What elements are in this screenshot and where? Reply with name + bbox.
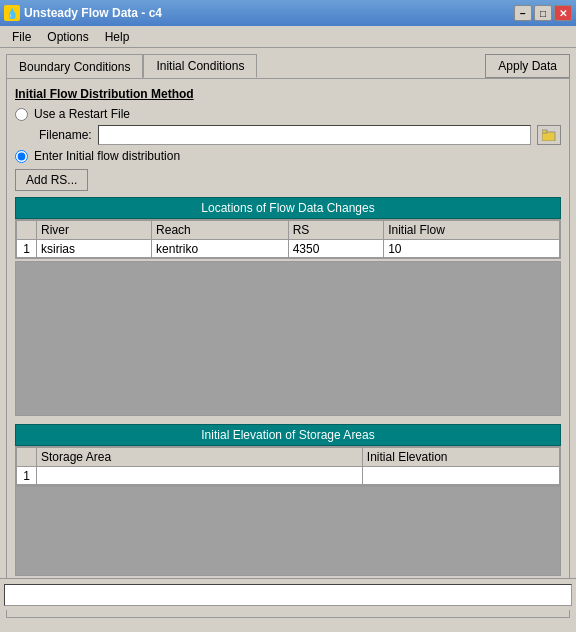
radio-restart[interactable] <box>15 108 28 121</box>
apply-data-button[interactable]: Apply Data <box>485 54 570 78</box>
tab-panel-initial-conditions: Initial Flow Distribution Method Use a R… <box>6 78 570 618</box>
filename-label: Filename: <box>39 128 92 142</box>
flow-table-section: Locations of Flow Data Changes River Rea… <box>15 197 561 416</box>
main-content: Boundary Conditions Initial Conditions A… <box>0 48 576 610</box>
close-button[interactable]: ✕ <box>554 5 572 21</box>
menu-options[interactable]: Options <box>39 28 96 46</box>
storage-table-header: Initial Elevation of Storage Areas <box>15 424 561 446</box>
flow-col-initial-flow: Initial Flow <box>384 221 560 240</box>
flow-col-num <box>17 221 37 240</box>
storage-row-elevation[interactable] <box>362 467 559 485</box>
browse-button[interactable] <box>537 125 561 145</box>
table-row: 1 ksirias kentriko 4350 10 <box>17 240 560 258</box>
menu-file[interactable]: File <box>4 28 39 46</box>
add-rs-button[interactable]: Add RS... <box>15 169 88 191</box>
minimize-button[interactable]: − <box>514 5 532 21</box>
tab-boundary-conditions[interactable]: Boundary Conditions <box>6 54 143 78</box>
title-bar: 💧 Unsteady Flow Data - c4 − □ ✕ <box>0 0 576 26</box>
folder-icon <box>542 129 556 141</box>
tabs: Boundary Conditions Initial Conditions <box>6 54 257 78</box>
storage-col-area: Storage Area <box>37 448 363 467</box>
storage-table-wrapper: Storage Area Initial Elevation 1 <box>15 446 561 486</box>
flow-row-river[interactable]: ksirias <box>37 240 152 258</box>
radio-restart-row: Use a Restart File <box>15 107 561 121</box>
storage-table-section: Initial Elevation of Storage Areas Stora… <box>15 424 561 576</box>
tab-header-area: Boundary Conditions Initial Conditions A… <box>6 54 570 78</box>
filename-input[interactable] <box>98 125 531 145</box>
flow-row-reach[interactable]: kentriko <box>152 240 289 258</box>
app-icon: 💧 <box>4 5 20 21</box>
flow-row-initial-flow[interactable]: 10 <box>384 240 560 258</box>
status-bar <box>0 578 576 610</box>
storage-table-row: 1 <box>17 467 560 485</box>
flow-table-header: Locations of Flow Data Changes <box>15 197 561 219</box>
flow-data-area <box>15 261 561 416</box>
radio-restart-label: Use a Restart File <box>34 107 130 121</box>
storage-col-elevation: Initial Elevation <box>362 448 559 467</box>
flow-row-num: 1 <box>17 240 37 258</box>
filename-row: Filename: <box>39 125 561 145</box>
menu-bar: File Options Help <box>0 26 576 48</box>
radio-enter[interactable] <box>15 150 28 163</box>
storage-data-area <box>15 486 561 576</box>
svg-rect-1 <box>542 130 547 133</box>
tab-initial-conditions[interactable]: Initial Conditions <box>143 54 257 78</box>
window-title: Unsteady Flow Data - c4 <box>24 6 162 20</box>
storage-row-area[interactable] <box>37 467 363 485</box>
section-label: Initial Flow Distribution Method <box>15 87 561 101</box>
flow-col-reach: Reach <box>152 221 289 240</box>
flow-col-river: River <box>37 221 152 240</box>
storage-row-num: 1 <box>17 467 37 485</box>
flow-table-wrapper: River Reach RS Initial Flow 1 ksirias ke… <box>15 219 561 259</box>
flow-row-rs[interactable]: 4350 <box>288 240 384 258</box>
flow-table: River Reach RS Initial Flow 1 ksirias ke… <box>16 220 560 258</box>
storage-table: Storage Area Initial Elevation 1 <box>16 447 560 485</box>
radio-enter-row: Enter Initial flow distribution <box>15 149 561 163</box>
flow-col-rs: RS <box>288 221 384 240</box>
storage-col-num <box>17 448 37 467</box>
status-text <box>4 584 572 606</box>
radio-enter-label: Enter Initial flow distribution <box>34 149 180 163</box>
maximize-button[interactable]: □ <box>534 5 552 21</box>
menu-help[interactable]: Help <box>97 28 138 46</box>
radio-group-flow-dist: Use a Restart File Filename: Enter Initi… <box>15 107 561 163</box>
